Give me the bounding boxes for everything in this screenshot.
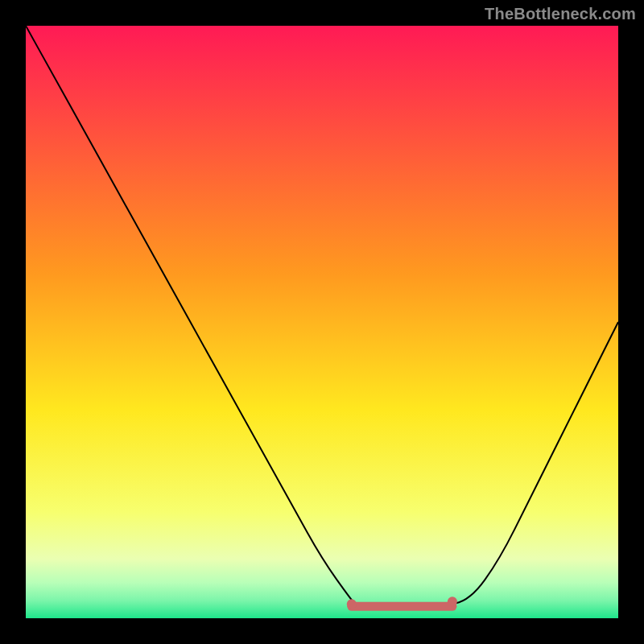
chart-svg [26, 26, 618, 618]
bottleneck-curve [26, 26, 618, 606]
svg-point-3 [448, 597, 457, 606]
svg-point-2 [347, 599, 357, 609]
chart-frame: TheBottleneck.com [0, 0, 644, 644]
watermark-text: TheBottleneck.com [485, 5, 636, 23]
plot-area [26, 26, 618, 618]
optimal-range-marker [347, 597, 457, 609]
